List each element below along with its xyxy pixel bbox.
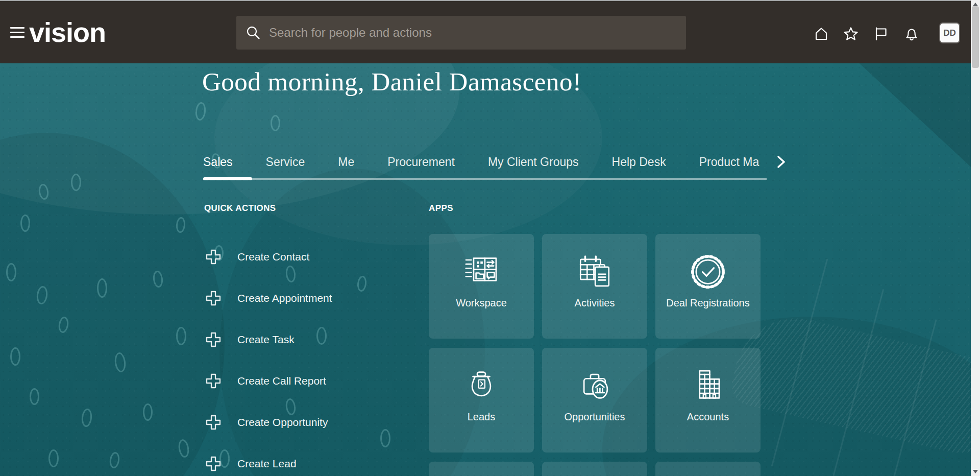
ring-decoration <box>20 215 30 232</box>
global-header: vision DD <box>0 1 971 63</box>
scrollbar-thumb[interactable] <box>972 6 979 68</box>
home-icon[interactable] <box>813 26 829 42</box>
plus-icon <box>204 289 223 307</box>
apps-title: APPS <box>429 203 453 213</box>
app-tile-opportunities[interactable]: Opportunities <box>542 348 647 453</box>
deal-registrations-icon <box>689 252 727 290</box>
plus-icon <box>204 413 223 432</box>
plus-icon <box>204 372 223 390</box>
tab-product-management[interactable]: Product Ma <box>699 151 760 173</box>
ring-decoration <box>176 327 186 345</box>
app-tile-label: Opportunities <box>565 411 625 423</box>
vision-logo: vision <box>29 17 106 47</box>
accounts-icon <box>689 366 727 404</box>
scrollbar-down-arrow[interactable] <box>973 470 978 473</box>
ring-decoration <box>48 449 59 467</box>
flag-icon[interactable] <box>873 26 889 42</box>
ring-decoration <box>97 278 107 298</box>
activities-icon <box>576 252 614 290</box>
leads-icon <box>462 366 500 404</box>
ring-decoration <box>380 429 390 447</box>
app-tile-accounts[interactable]: Accounts <box>655 348 761 453</box>
app-tile-leads[interactable]: Leads <box>429 348 534 453</box>
tab-me[interactable]: Me <box>338 151 354 173</box>
tab-underline-track <box>203 178 767 180</box>
search-input[interactable] <box>268 25 686 40</box>
ring-decoration <box>6 263 16 281</box>
ring-decoration <box>71 174 81 191</box>
tab-help-desk[interactable]: Help Desk <box>612 151 666 173</box>
application-window: vision DD Good morning, Daniel Damasceno… <box>0 0 980 476</box>
quick-action-create-task[interactable]: Create Task <box>204 319 332 360</box>
workspace-icon <box>462 252 500 290</box>
page-greeting: Good morning, Daniel Damasceno! <box>202 67 581 97</box>
tab-procurement[interactable]: Procurement <box>387 151 455 173</box>
ring-decoration <box>143 403 153 421</box>
quick-actions-list: Create Contact Create Appointment Create… <box>204 236 332 476</box>
app-tile-label: Accounts <box>687 411 729 423</box>
plus-icon <box>204 248 223 266</box>
ring-decoration <box>271 115 280 131</box>
ring-decoration <box>30 388 39 405</box>
quick-action-create-opportunity[interactable]: Create Opportunity <box>204 401 332 443</box>
quick-actions-title: QUICK ACTIONS <box>204 203 276 213</box>
app-tile-partial[interactable] <box>542 462 647 476</box>
user-avatar[interactable]: DD <box>940 23 959 42</box>
tabs-overflow-chevron-icon[interactable] <box>772 153 789 171</box>
apps-grid: Workspace Activities <box>429 234 761 476</box>
app-tile-label: Deal Registrations <box>666 297 749 309</box>
scrollbar-up-arrow[interactable] <box>973 3 978 6</box>
app-tile-partial[interactable] <box>655 462 761 476</box>
plus-icon <box>204 330 223 349</box>
active-tab-indicator <box>203 177 252 180</box>
favorites-star-icon[interactable] <box>843 26 859 42</box>
app-tile-label: Leads <box>468 411 496 423</box>
quick-action-label: Create Opportunity <box>237 416 328 429</box>
search-icon <box>246 25 261 40</box>
navigation-menu-button[interactable] <box>10 27 24 38</box>
app-tile-label: Workspace <box>456 297 507 309</box>
app-tile-partial[interactable] <box>429 462 534 476</box>
quick-action-create-contact[interactable]: Create Contact <box>204 236 332 277</box>
quick-action-create-call-report[interactable]: Create Call Report <box>204 360 332 401</box>
quick-action-label: Create Call Report <box>237 375 326 387</box>
app-tile-activities[interactable]: Activities <box>542 234 647 339</box>
notifications-bell-icon[interactable] <box>903 26 920 42</box>
hamburger-icon <box>10 27 24 29</box>
app-tile-workspace[interactable]: Workspace <box>429 234 534 339</box>
quick-action-label: Create Task <box>237 334 295 346</box>
avatar-initials: DD <box>943 28 956 38</box>
tab-service[interactable]: Service <box>266 151 305 173</box>
global-search[interactable] <box>236 16 686 50</box>
app-tile-deal-registrations[interactable]: Deal Registrations <box>655 234 761 339</box>
vertical-scrollbar[interactable] <box>971 0 980 476</box>
opportunities-icon <box>576 366 614 404</box>
springboard-tabs: Sales Service Me Procurement My Client G… <box>203 151 768 173</box>
app-tile-label: Activities <box>575 297 615 309</box>
quick-action-create-appointment[interactable]: Create Appointment <box>204 277 332 319</box>
tab-my-client-groups[interactable]: My Client Groups <box>488 151 579 173</box>
background-corner-shape <box>756 63 971 196</box>
quick-action-label: Create Appointment <box>237 292 332 304</box>
window-top-edge <box>0 0 980 1</box>
quick-action-label: Create Lead <box>237 458 297 470</box>
tab-sales[interactable]: Sales <box>203 151 233 173</box>
quick-action-create-lead[interactable]: Create Lead <box>204 443 332 476</box>
ring-decoration <box>10 347 20 366</box>
quick-action-label: Create Contact <box>237 251 309 263</box>
plus-icon <box>204 455 223 473</box>
